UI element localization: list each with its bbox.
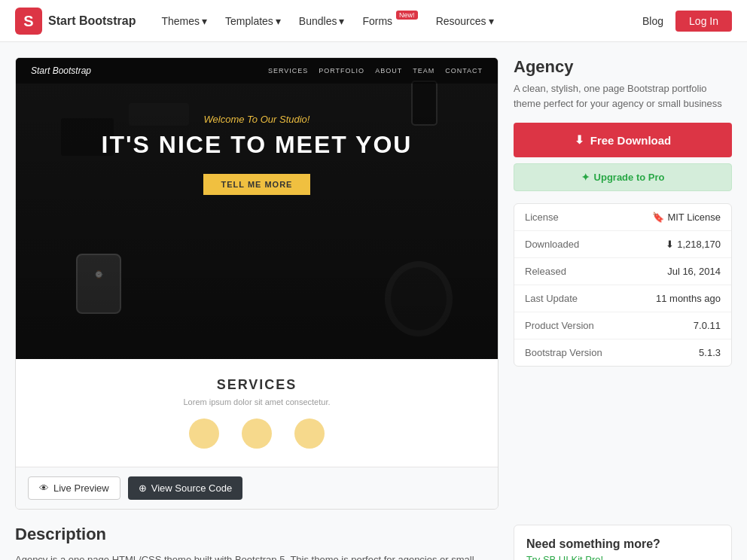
service-icon-3	[294, 418, 325, 449]
preview-hero: Welcome To Our Studio! IT'S NICE TO MEET…	[16, 84, 498, 210]
chevron-icon: ▾	[489, 15, 494, 27]
description-text: Agency is a one page HTML/CSS theme buil…	[15, 552, 499, 560]
sparkle-icon: ✦	[581, 172, 590, 183]
main-nav: S Start Bootstrap Themes ▾ Templates ▾ B…	[0, 0, 747, 42]
nav-forms[interactable]: Forms New!	[355, 11, 425, 32]
nav-resources[interactable]: Resources ▾	[428, 11, 502, 32]
description-column: Description Agency is a one page HTML/CS…	[15, 525, 499, 560]
blog-link[interactable]: Blog	[642, 15, 663, 27]
table-row: Downloaded ⬇ 1,218,170	[514, 231, 731, 258]
template-description: A clean, stylish, one page Bootstrap por…	[514, 81, 732, 111]
table-row: License 🔖 MIT License	[514, 204, 731, 231]
nav-themes[interactable]: Themes ▾	[154, 11, 215, 32]
preview-brand: Start Bootstrap	[31, 65, 91, 76]
preview-wrapper: ⌚ Start Bootstrap SERVICES PORTFOLIO ABO…	[15, 57, 499, 510]
eye-icon: 👁	[39, 482, 49, 494]
preview-nav-links: SERVICES PORTFOLIO ABOUT TEAM CONTACT	[268, 67, 483, 75]
info-table: License 🔖 MIT License Downloaded ⬇ 1,218…	[514, 203, 732, 367]
source-code-button[interactable]: ⊕ View Source Code	[128, 476, 242, 500]
description-title: Description	[15, 525, 499, 544]
download-icon: ⬇	[575, 133, 584, 147]
logo-link[interactable]: S Start Bootstrap	[15, 8, 136, 35]
preview-actions: 👁 Live Preview ⊕ View Source Code	[16, 467, 498, 509]
github-icon: ⊕	[139, 482, 147, 494]
preview-frame: ⌚ Start Bootstrap SERVICES PORTFOLIO ABO…	[16, 58, 498, 359]
services-title: SERVICES	[34, 377, 480, 393]
chevron-icon: ▾	[202, 15, 207, 27]
promo-title: Need something more?	[526, 537, 719, 551]
preview-nav: Start Bootstrap SERVICES PORTFOLIO ABOUT…	[16, 58, 498, 84]
svg-text:S: S	[23, 13, 33, 29]
hero-cta-button[interactable]: TELL ME MORE	[203, 174, 311, 195]
download-button[interactable]: ⬇ Free Download	[514, 123, 732, 157]
chevron-icon: ▾	[339, 15, 344, 27]
preview-services: SERVICES Lorem ipsum dolor sit amet cons…	[16, 359, 498, 467]
logo-icon: S	[15, 8, 42, 35]
services-sub: Lorem ipsum dolor sit amet consectetur.	[34, 397, 480, 406]
hero-title: IT'S NICE TO MEET YOU	[31, 131, 483, 159]
table-row: Product Version 7.0.11	[514, 312, 731, 339]
promo-card: Need something more? Try SB UI Kit Pro! …	[514, 525, 732, 560]
nav-right: Blog Log In	[642, 11, 732, 32]
service-icon-1	[189, 418, 219, 449]
sidebar-promo: Need something more? Try SB UI Kit Pro! …	[514, 525, 732, 560]
left-column: ⌚ Start Bootstrap SERVICES PORTFOLIO ABO…	[15, 57, 499, 510]
promo-subtitle: Try SB UI Kit Pro!	[526, 554, 719, 560]
logo-text: Start Bootstrap	[48, 14, 136, 28]
table-row: Released Jul 16, 2014	[514, 258, 731, 285]
service-icon-2	[242, 418, 272, 449]
live-preview-button[interactable]: 👁 Live Preview	[28, 476, 120, 500]
hero-subtitle: Welcome To Our Studio!	[31, 114, 483, 125]
main-content: ⌚ Start Bootstrap SERVICES PORTFOLIO ABO…	[0, 42, 747, 525]
bottom-section: Description Agency is a one page HTML/CS…	[0, 525, 747, 560]
login-button[interactable]: Log In	[675, 11, 732, 32]
upgrade-button[interactable]: ✦ Upgrade to Pro	[514, 163, 732, 191]
nav-templates[interactable]: Templates ▾	[218, 11, 288, 32]
download-count-icon: ⬇	[666, 239, 674, 250]
right-column: Agency A clean, stylish, one page Bootst…	[514, 57, 732, 510]
chevron-icon: ▾	[276, 15, 281, 27]
table-row: Bootstrap Version 5.1.3	[514, 339, 731, 366]
template-title: Agency	[514, 57, 732, 77]
nav-bundles[interactable]: Bundles ▾	[291, 11, 352, 32]
license-icon: 🔖	[652, 212, 664, 223]
table-row: Last Update 11 months ago	[514, 285, 731, 312]
new-badge: New!	[396, 11, 418, 20]
nav-links: Themes ▾ Templates ▾ Bundles ▾ Forms New…	[154, 11, 624, 32]
